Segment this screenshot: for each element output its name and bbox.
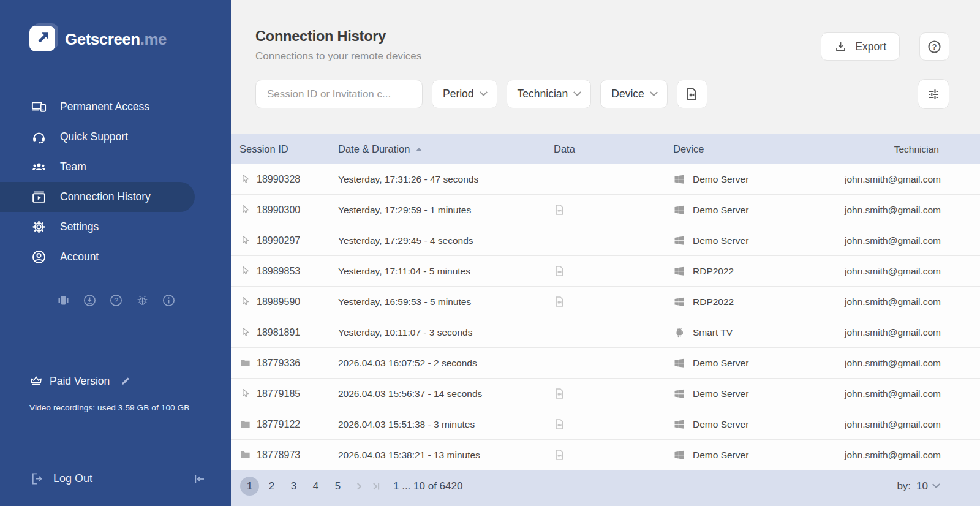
sidebar-item-connection-history[interactable]: Connection History [0,182,195,212]
column-header-technician[interactable]: Technician [845,144,980,155]
per-page-selector[interactable]: by: 10 [897,480,939,493]
data-cell [549,204,673,216]
device-cell: Demo Server [673,418,845,431]
logout-button[interactable]: Log Out [29,471,92,486]
recording-file-icon[interactable] [554,449,565,461]
sidebar: Getscreen.me Permanent Access Quick Supp… [0,0,231,506]
device-name: Demo Server [693,174,748,185]
date-duration-cell: 2026.04.03 15:56:37 - 14 seconds [338,388,549,399]
table-row[interactable]: 18990328 Yesterday, 17:31:26 - 47 second… [231,164,980,195]
device-name: RDP2022 [693,266,734,277]
devices-icon [31,99,47,115]
session-id-cell: 18778973 [231,449,338,461]
session-date: Yesterday, 17:29:45 - 4 seconds [338,235,473,246]
technician-cell: john.smith@gmail.com [845,266,980,277]
session-date: Yesterday, 17:11:04 - 5 minutes [338,266,470,277]
sidebar-item-settings[interactable]: Settings [0,212,231,242]
cursor-icon [239,327,251,338]
table-row[interactable]: 18981891 Yesterday, 10:11:07 - 3 seconds [231,317,980,348]
bug-icon[interactable] [135,293,149,308]
brand-name: Getscreen.me [65,30,167,49]
column-header-device[interactable]: Device [673,143,845,155]
last-page-icon[interactable] [369,480,383,493]
table-row[interactable]: 18779122 2026.04.03 15:51:38 - 3 minutes [231,409,980,440]
table-body: 18990328 Yesterday, 17:31:26 - 47 second… [231,164,980,470]
per-page-value: 10 [916,480,928,493]
column-header-data[interactable]: Data [549,143,673,155]
session-id-cell: 18779122 [231,418,338,430]
help-button[interactable]: ? [919,32,949,61]
info-circle-icon[interactable] [162,293,176,308]
sidebar-item-label: Account [60,251,99,263]
device-cell: Demo Server [673,235,845,247]
column-header-session-id[interactable]: Session ID [231,143,338,155]
chevron-down-icon [932,480,940,488]
table-row[interactable]: 18779185 2026.04.03 15:56:37 - 14 second… [231,379,980,409]
session-id: 18779336 [257,358,300,369]
device-cell: RDP2022 [673,296,845,308]
device-name: Demo Server [693,235,748,246]
cursor-icon [239,235,251,246]
session-id-cell: 18989853 [231,265,338,277]
table-settings-button[interactable] [918,79,949,109]
table-row[interactable]: 18990297 Yesterday, 17:29:45 - 4 seconds [231,225,980,256]
page-button[interactable]: 3 [284,477,303,496]
recordings-filter-button[interactable] [677,80,707,108]
data-cell [549,388,673,399]
recording-file-icon[interactable] [554,296,565,308]
sidebar-nav: Permanent Access Quick Support Team [0,92,231,272]
table-row[interactable]: 18989590 Yesterday, 16:59:53 - 5 minutes [231,287,980,317]
table-row[interactable]: 18990300 Yesterday, 17:29:59 - 1 minutes [231,195,980,225]
session-id-cell: 18981891 [231,327,338,338]
edit-pencil-icon[interactable] [120,376,130,387]
account-icon [31,249,47,265]
search-input[interactable] [255,80,423,108]
session-date: Yesterday, 16:59:53 - 5 minutes [338,296,471,308]
collapse-sidebar-icon[interactable] [192,472,206,486]
session-id: 18989590 [257,296,300,308]
sidebar-item-permanent-access[interactable]: Permanent Access [0,92,231,122]
next-page-icon[interactable] [352,480,366,493]
recording-file-icon[interactable] [554,388,565,399]
windows-icon [673,235,685,247]
session-id: 18779185 [257,388,300,399]
sidebar-item-label: Team [60,160,86,173]
app-logo[interactable]: Getscreen.me [29,26,231,53]
recording-file-icon[interactable] [554,265,565,277]
export-button[interactable]: Export [821,32,900,61]
table-row[interactable]: 18778973 2026.04.03 15:38:21 - 13 minute… [231,440,980,470]
column-header-date-duration[interactable]: Date & Duration [338,143,549,155]
device-dropdown[interactable]: Device [600,80,668,108]
session-id: 18990328 [257,174,300,185]
table-row[interactable]: 18779336 2026.04.03 16:07:52 - 2 seconds [231,348,980,379]
technician-label: Technician [518,88,568,100]
page-button[interactable]: 5 [328,477,347,496]
session-id-cell: 18990300 [231,204,338,216]
date-duration-cell: 2026.04.03 15:38:21 - 13 minutes [338,450,549,461]
cursor-icon [239,265,251,277]
technician-dropdown[interactable]: Technician [507,80,592,108]
device-name: Demo Server [693,388,748,399]
technician-email: john.smith@gmail.com [845,205,941,215]
technician-cell: john.smith@gmail.com [845,450,980,461]
sidebar-item-quick-support[interactable]: Quick Support [0,122,231,152]
page-button[interactable]: 2 [262,477,281,496]
table-row[interactable]: 18989853 Yesterday, 17:11:04 - 5 minutes [231,256,980,287]
pagination-range-text: 1 ... 10 of 6420 [393,480,462,493]
device-name: Demo Server [693,358,748,369]
device-name: Demo Server [693,419,748,430]
help-circle-icon[interactable]: ? [109,293,123,308]
sidebar-item-team[interactable]: Team [0,152,231,182]
recording-file-icon[interactable] [554,418,565,430]
question-icon: ? [927,39,942,55]
technician-email: john.smith@gmail.com [845,174,941,184]
sidebar-item-account[interactable]: Account [0,242,231,272]
page-button[interactable]: 1 [240,477,259,496]
carousel-icon[interactable] [56,293,70,308]
download-circle-icon[interactable] [83,293,97,308]
date-duration-cell: Yesterday, 17:29:59 - 1 minutes [338,205,549,216]
period-dropdown[interactable]: Period [432,80,497,108]
recording-file-icon[interactable] [554,204,565,216]
device-label: Device [611,88,644,100]
page-button[interactable]: 4 [306,477,325,496]
